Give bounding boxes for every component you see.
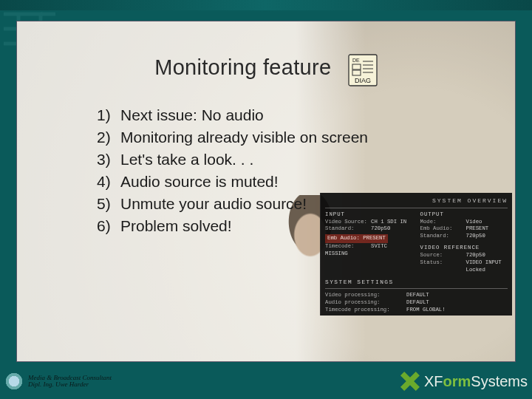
list-item: 2)Monitoring already visible on screen (97, 126, 368, 149)
window-top-stripe (0, 0, 532, 10)
overlay-videoref-head: VIDEO REFERENCE (420, 245, 508, 252)
overlay-heading: SYSTEM OVERVIEW (325, 197, 508, 205)
list-item-text: Audio source is muted! (120, 173, 279, 190)
list-item-text: Next issue: No audio (120, 106, 264, 123)
list-item: 3)Let's take a look. . . (97, 149, 368, 171)
overlay-system-head: SYSTEM SETTINGS (325, 279, 508, 287)
list-item-text: Monitoring already visible on screen (120, 129, 368, 146)
brand-logo: XFormSystems (400, 372, 528, 391)
overlay-input-head: INPUT (325, 211, 413, 219)
footer: Media & Broadcast Consultant Dipl. Ing. … (4, 366, 528, 396)
overlay-emb-audio-alert: Emb Audio: PRESENT (325, 234, 388, 243)
footer-logo-icon (4, 372, 24, 391)
slide-body: Monitoring feature DE DIAG 1)Next issue:… (16, 21, 516, 362)
list-item-text: Unmute your audio source! (120, 195, 307, 212)
list-item: 1)Next issue: No audio (97, 104, 368, 126)
brand-x-icon (400, 372, 420, 391)
overlay-output-head: OUTPUT (420, 211, 508, 219)
list-item-text: Let's take a look. . . (120, 151, 253, 168)
list-item-text: Problem solved! (120, 217, 232, 234)
footer-credit: Media & Broadcast Consultant Dipl. Ing. … (28, 375, 112, 389)
list-item: 4)Audio source is muted! (97, 171, 368, 193)
svg-text:DE: DE (352, 58, 360, 63)
svg-text:DIAG: DIAG (355, 77, 371, 84)
monitor-overlay: SYSTEM OVERVIEW INPUT Video Source:CH 1 … (320, 193, 512, 316)
diag-icon: DE DIAG (348, 54, 378, 89)
slide-title: Monitoring feature (154, 55, 331, 79)
